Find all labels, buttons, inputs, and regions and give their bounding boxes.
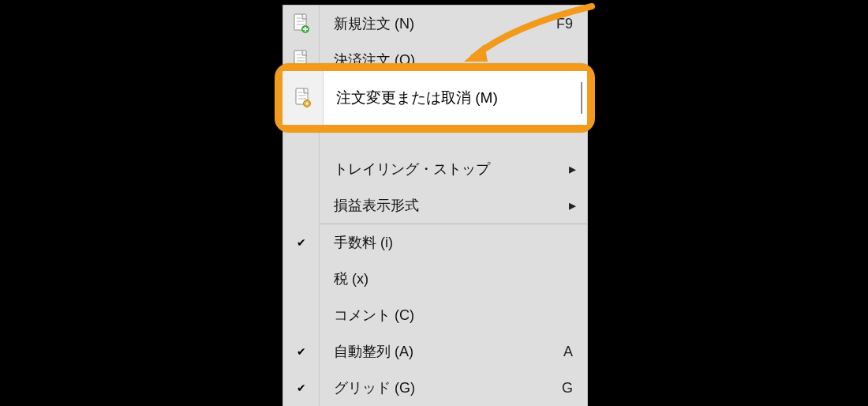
text-caret-icon <box>581 82 582 115</box>
highlight-callout: 注文変更または取消 (M) <box>275 63 595 133</box>
menu-item-label: 手数料 (i) <box>320 233 587 252</box>
svg-point-16 <box>305 102 308 104</box>
menu-item-label: コメント (C) <box>320 306 587 325</box>
menu-item-shortcut: G <box>562 380 587 397</box>
chevron-right-icon: ▸ <box>569 160 587 178</box>
menu-item-pnl-format[interactable]: 損益表示形式 ▸ <box>283 187 587 224</box>
menu-item-tax[interactable]: 税 (x) <box>283 261 587 297</box>
menu-item-new-order[interactable]: 新規注文 (N) F9 <box>283 6 587 42</box>
check-icon: ✔ <box>297 382 306 394</box>
chevron-right-icon: ▸ <box>569 197 587 214</box>
check-icon: ✔ <box>297 236 306 249</box>
menu-item-auto-arrange[interactable]: ✔ 自動整列 (A) A <box>283 333 587 370</box>
menu-item-label: トレイリング・ストップ <box>320 160 569 179</box>
menu-item-grid[interactable]: ✔ グリッド (G) G <box>283 370 587 406</box>
menu-item-label: 新規注文 (N) <box>320 14 556 33</box>
menu-item-shortcut: F9 <box>556 16 587 32</box>
doc-gear-icon <box>282 71 324 125</box>
menu-item-label: 税 (x) <box>320 269 587 288</box>
menu-item-label: 注文変更または取消 (M) <box>324 88 581 108</box>
menu-item-label: 自動整列 (A) <box>320 342 563 361</box>
menu-item-modify-order[interactable]: 注文変更または取消 (M) <box>282 71 587 125</box>
menu-item-label: 損益表示形式 <box>320 196 569 215</box>
menu-item-shortcut: A <box>563 344 587 360</box>
stage: 新規注文 (N) F9 決済注文 (O) トレイリング・ストップ ▸ <box>0 0 868 406</box>
menu-item-label: グリッド (G) <box>320 378 562 397</box>
menu-item-trailing-stop[interactable]: トレイリング・ストップ ▸ <box>283 151 587 187</box>
doc-plus-icon <box>283 6 320 42</box>
menu-item-comment[interactable]: コメント (C) <box>283 297 587 333</box>
menu-item-fees[interactable]: ✔ 手数料 (i) <box>283 224 587 261</box>
check-icon: ✔ <box>297 345 306 358</box>
